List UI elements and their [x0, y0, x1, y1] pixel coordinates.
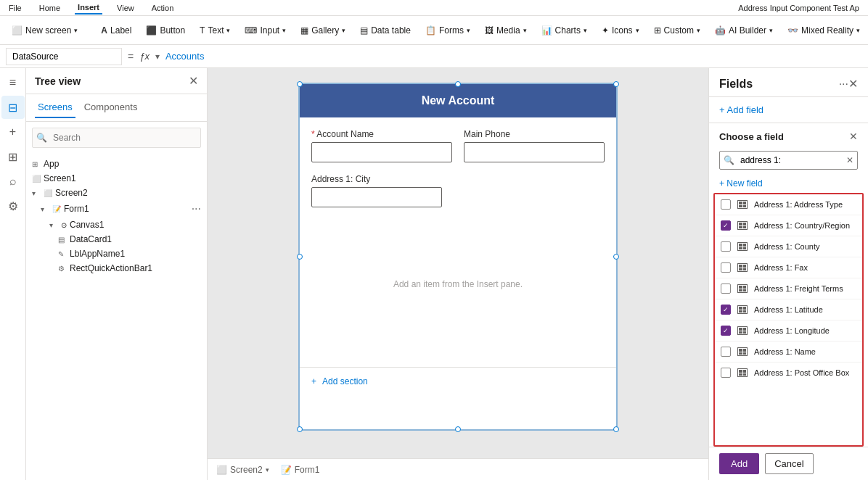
mixed-reality-icon: 👓: [787, 25, 798, 36]
add-section[interactable]: + Add section: [300, 367, 616, 395]
screen2-chevron-icon: ▾: [32, 189, 41, 197]
data-icon[interactable]: ⊞: [1, 145, 25, 168]
input-button[interactable]: ⌨ Input ▾: [239, 22, 292, 38]
field-item-address-type[interactable]: Address 1: Address Type: [715, 194, 862, 215]
field-checkbox-freight-terms[interactable]: [721, 284, 731, 294]
data-table-button[interactable]: ▤ Data table: [354, 22, 417, 38]
field-checkbox-name[interactable]: [721, 347, 731, 357]
field-checkbox-latitude[interactable]: ✓: [721, 305, 731, 315]
handle-bl[interactable]: [297, 426, 303, 432]
field-checkbox-fax[interactable]: [721, 262, 731, 273]
tab-screens[interactable]: Screens: [35, 97, 75, 118]
text-button[interactable]: T Text ▾: [194, 22, 236, 38]
icons-button[interactable]: ✦ Icons ▾: [596, 22, 645, 38]
field-item-latitude[interactable]: ✓ Address 1: Latitude: [715, 299, 862, 320]
gallery-button[interactable]: ▦ Gallery ▾: [295, 22, 351, 38]
form1-more-icon[interactable]: ···: [192, 202, 201, 215]
field-checkbox-longitude[interactable]: ✓: [721, 326, 731, 336]
datasource-selector[interactable]: DataSource: [6, 48, 122, 65]
main-phone-input[interactable]: [464, 142, 605, 162]
hamburger-icon[interactable]: ≡: [1, 71, 25, 94]
choose-field-close-button[interactable]: ✕: [849, 131, 858, 142]
search-strip-icon[interactable]: ⌕: [1, 170, 25, 193]
handle-bc[interactable]: [455, 426, 461, 432]
menu-home[interactable]: Home: [36, 2, 63, 14]
button-button[interactable]: ⬛ Button: [140, 22, 191, 38]
tree-item-canvas1[interactable]: ▾ ⊙ Canvas1: [26, 218, 207, 232]
field-item-longitude[interactable]: ✓ Address 1: Longitude: [715, 320, 862, 342]
left-icon-strip: ≡ ⊟ + ⊞ ⌕ ⚙: [0, 68, 26, 480]
field-checkbox-post-office-box[interactable]: [721, 368, 731, 378]
add-field-button[interactable]: + Add field: [709, 97, 868, 123]
text-label: Text: [208, 25, 224, 36]
add-button[interactable]: Add: [719, 453, 759, 474]
field-type-icon-address-type: [737, 199, 748, 210]
canvas-bottom-screen-label: Screen2: [230, 465, 263, 475]
new-screen-dropdown-icon: ▾: [74, 27, 78, 34]
handle-tl[interactable]: [297, 81, 303, 87]
field-checkbox-address-type[interactable]: [721, 199, 731, 210]
cancel-button[interactable]: Cancel: [765, 453, 813, 474]
custom-button[interactable]: ⊞ Custom ▾: [648, 22, 706, 38]
canvas-bottom-screen[interactable]: ⬜ Screen2 ▾: [216, 465, 269, 475]
field-item-fax[interactable]: Address 1: Fax: [715, 257, 862, 278]
sidebar-search-input[interactable]: [32, 128, 201, 148]
charts-label: Charts: [555, 25, 581, 36]
handle-mr[interactable]: [613, 254, 619, 260]
tree-item-screen2[interactable]: ▾ ⬜ Screen2: [26, 186, 207, 200]
new-field-button[interactable]: + New field: [709, 174, 868, 193]
charts-button[interactable]: 📊 Charts ▾: [536, 22, 593, 38]
field-search-clear-icon[interactable]: ✕: [846, 155, 853, 165]
data-table-label: Data table: [371, 25, 411, 36]
tree-item-rectquickactionbar1[interactable]: ⚙ RectQuickActionBar1: [26, 261, 207, 276]
new-screen-button[interactable]: ⬜ New screen ▾: [6, 22, 83, 38]
panel-more-icon[interactable]: ···: [839, 78, 848, 91]
ai-builder-label: AI Builder: [729, 25, 766, 36]
field-item-name[interactable]: Address 1: Name: [715, 342, 862, 363]
handle-tc[interactable]: [455, 81, 461, 87]
handle-tr[interactable]: [613, 81, 619, 87]
gallery-dropdown-icon: ▾: [342, 27, 345, 34]
tree-item-lblappname1[interactable]: ✎ LblAppName1: [26, 247, 207, 261]
tree-item-datacard1[interactable]: ▤ DataCard1: [26, 232, 207, 247]
label-button[interactable]: A Label: [95, 22, 137, 38]
tree-item-form1[interactable]: ▾ 📝 Form1 ···: [26, 200, 207, 218]
layers-icon[interactable]: ⊟: [1, 96, 25, 119]
mixed-reality-button[interactable]: 👓 Mixed Reality ▾: [782, 22, 866, 38]
account-name-input[interactable]: [311, 142, 452, 162]
lblappname1-icon: ✎: [58, 250, 67, 258]
address-city-input[interactable]: [311, 187, 442, 207]
media-button[interactable]: 🖼 Media ▾: [479, 22, 533, 38]
forms-dropdown-icon: ▾: [467, 27, 470, 34]
tab-components[interactable]: Components: [81, 97, 141, 118]
handle-br[interactable]: [613, 426, 619, 432]
formula-value[interactable]: Accounts: [165, 51, 204, 62]
canvas-bottom-form[interactable]: 📝 Form1: [281, 465, 320, 475]
menu-view[interactable]: View: [114, 2, 137, 14]
tree-item-app[interactable]: ⊞ App: [26, 157, 207, 171]
field-search-input[interactable]: [719, 151, 858, 170]
menu-insert[interactable]: Insert: [75, 1, 102, 15]
custom-icon: ⊞: [654, 25, 661, 36]
forms-button[interactable]: 📋 Forms ▾: [419, 22, 476, 38]
field-list: Address 1: Address Type ✓ Address 1: Cou…: [713, 193, 864, 447]
field-item-post-office-box[interactable]: Address 1: Post Office Box: [715, 363, 862, 383]
form-canvas[interactable]: New Account Account Name Main Phone: [298, 83, 618, 431]
field-item-country-region[interactable]: ✓ Address 1: Country/Region: [715, 215, 862, 236]
field-type-icon-country-region: [737, 220, 748, 231]
field-checkbox-country-region[interactable]: ✓: [721, 220, 731, 231]
forms-label: Forms: [439, 25, 464, 36]
field-item-freight-terms[interactable]: Address 1: Freight Terms: [715, 278, 862, 299]
handle-ml[interactable]: [297, 254, 303, 260]
menu-file[interactable]: File: [6, 2, 25, 14]
field-item-county[interactable]: Address 1: County: [715, 236, 862, 257]
ai-builder-button[interactable]: 🤖 AI Builder ▾: [709, 22, 779, 38]
sidebar-close-button[interactable]: ✕: [189, 74, 198, 88]
menu-action[interactable]: Action: [149, 2, 177, 14]
tree-item-screen1[interactable]: ⬜ Screen1: [26, 171, 207, 186]
field-checkbox-county[interactable]: [721, 241, 731, 252]
settings-icon[interactable]: ⚙: [1, 194, 25, 218]
icons-icon: ✦: [602, 25, 609, 36]
panel-close-button[interactable]: ✕: [848, 77, 858, 91]
plus-icon[interactable]: +: [1, 120, 25, 144]
